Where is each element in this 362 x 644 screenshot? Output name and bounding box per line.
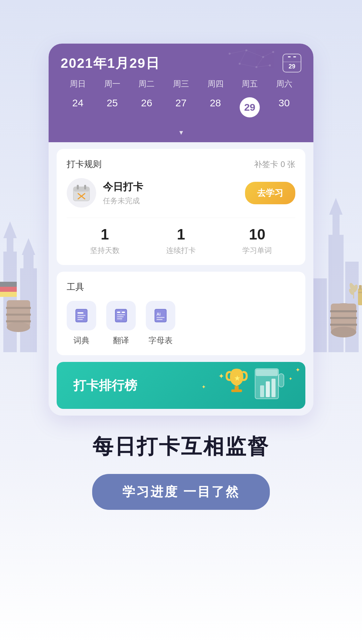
tool-translate[interactable]: 翻译	[106, 301, 136, 346]
svg-text:★: ★	[234, 374, 241, 382]
go-study-button[interactable]: 去学习	[245, 182, 295, 204]
punch-icon-wrap	[67, 178, 96, 208]
punch-card-section: 打卡规则 补签卡 0 张 今日打卡 任	[57, 149, 305, 265]
tool-icon-wrap-alphabet: Ai	[146, 301, 175, 330]
svg-rect-47	[288, 56, 291, 57]
expand-calendar-icon[interactable]: ▾	[179, 128, 183, 137]
tools-title: 工具	[67, 281, 295, 293]
tool-label-dictionary: 词典	[73, 335, 89, 346]
date-28[interactable]: 28	[198, 94, 233, 121]
weekday-wed: 周三	[164, 78, 198, 89]
calendar-icon-num: 29	[289, 63, 295, 70]
svg-marker-17	[329, 198, 343, 215]
bottom-section: 每日打卡互相监督 学习进度 一目了然	[92, 416, 270, 530]
svg-line-43	[240, 64, 256, 67]
calendar-header: 2021年1月29日 29 周日 周一 周二 周三 周四 周五 周六 24	[49, 44, 313, 142]
punch-rules-title: 打卡规则	[67, 158, 102, 170]
ranking-banner[interactable]: 打卡排行榜 ✦ ✦ ✦ ✦	[57, 362, 305, 409]
svg-rect-25	[330, 324, 357, 326]
svg-rect-79	[279, 374, 284, 387]
svg-rect-30	[358, 288, 362, 305]
ranking-graphic: ✦ ✦ ✦ ✦	[198, 362, 305, 409]
svg-rect-81	[260, 385, 264, 397]
svg-rect-80	[256, 369, 278, 376]
tool-alphabet[interactable]: Ai 字母表	[146, 301, 175, 346]
svg-text:Ai: Ai	[157, 312, 161, 317]
svg-rect-64	[122, 312, 125, 313]
svg-text:✦: ✦	[218, 372, 224, 380]
tool-icon-wrap-translate	[106, 301, 136, 330]
svg-rect-51	[77, 185, 79, 190]
svg-rect-31	[359, 285, 362, 290]
svg-rect-23	[330, 310, 357, 312]
svg-rect-66	[117, 316, 124, 317]
calendar-icon-button[interactable]: 29	[283, 54, 301, 72]
svg-rect-48	[293, 56, 296, 57]
svg-rect-57	[77, 312, 83, 314]
svg-rect-10	[6, 314, 31, 316]
stat-consecutive-punch: 1 连续打卡	[143, 226, 219, 256]
svg-rect-73	[157, 319, 163, 320]
svg-rect-11	[6, 320, 31, 322]
punch-info: 今日打卡 任务未完成	[103, 180, 245, 206]
svg-line-45	[240, 50, 246, 64]
dictionary-icon	[74, 308, 89, 323]
date-29-active[interactable]: 29	[233, 94, 267, 121]
today-punch-sub: 任务未完成	[103, 196, 245, 206]
svg-rect-67	[117, 318, 122, 319]
date-26[interactable]: 26	[129, 94, 164, 121]
alphabet-icon: Ai	[153, 308, 168, 323]
content-area: 打卡规则 补签卡 0 张 今日打卡 任	[49, 142, 313, 416]
calendar-title: 2021年1月29日	[61, 54, 160, 72]
svg-rect-12	[0, 282, 17, 287]
tool-icon-wrap-dict	[67, 301, 96, 330]
svg-rect-24	[330, 317, 357, 319]
svg-rect-52	[84, 185, 86, 190]
section-header: 打卡规则 补签卡 0 张	[67, 158, 295, 170]
svg-marker-5	[22, 238, 35, 255]
ranking-illustration: ✦ ✦ ✦ ✦	[198, 362, 305, 409]
svg-rect-13	[0, 287, 17, 292]
translate-icon	[114, 308, 128, 323]
bottom-cta-button[interactable]: 学习进度 一目了然	[92, 474, 270, 510]
svg-text:✦: ✦	[295, 367, 300, 373]
svg-line-46	[256, 57, 263, 67]
punch-calendar-icon	[73, 184, 90, 202]
date-row: 24 25 26 27 28 29 30	[61, 94, 301, 125]
svg-text:✦: ✦	[289, 376, 293, 381]
date-30[interactable]: 30	[267, 94, 301, 121]
ranking-text: 打卡排行榜	[57, 377, 137, 394]
svg-rect-50	[73, 187, 89, 192]
supplement-info: 补签卡 0 张	[254, 159, 295, 170]
svg-rect-58	[77, 315, 85, 316]
svg-line-42	[263, 52, 273, 57]
weekday-tue: 周二	[129, 78, 164, 89]
svg-text:✦: ✦	[201, 384, 206, 390]
svg-rect-32	[358, 292, 362, 293]
stat-num-2: 1	[143, 226, 219, 243]
svg-rect-85	[231, 389, 242, 392]
stat-persist-days: 1 坚持天数	[67, 226, 143, 256]
date-24[interactable]: 24	[61, 94, 95, 121]
date-27[interactable]: 27	[164, 94, 198, 121]
svg-line-44	[256, 65, 270, 67]
date-25[interactable]: 25	[95, 94, 130, 121]
stat-label-1: 坚持天数	[90, 246, 120, 255]
tool-label-translate: 翻译	[113, 335, 129, 346]
bottom-title: 每日打卡互相监督	[93, 432, 269, 461]
stat-num-1: 1	[67, 226, 143, 243]
weekday-sun: 周日	[61, 78, 95, 89]
stat-words-learned: 10 学习单词	[219, 226, 295, 256]
today-punch-title: 今日打卡	[103, 180, 245, 194]
tool-dictionary[interactable]: 词典	[67, 301, 96, 346]
phone-card: 2021年1月29日 29 周日 周一 周二 周三 周四 周五 周六 24	[49, 44, 313, 416]
tools-row: 词典	[67, 301, 295, 346]
today-punch-row: 今日打卡 任务未完成 去学习	[67, 178, 295, 208]
svg-rect-72	[157, 317, 165, 318]
svg-rect-16	[333, 211, 340, 238]
weekday-mon: 周一	[95, 78, 130, 89]
svg-rect-63	[117, 312, 120, 313]
svg-marker-2	[3, 221, 17, 238]
svg-point-8	[7, 322, 30, 332]
tool-label-alphabet: 字母表	[148, 335, 173, 346]
